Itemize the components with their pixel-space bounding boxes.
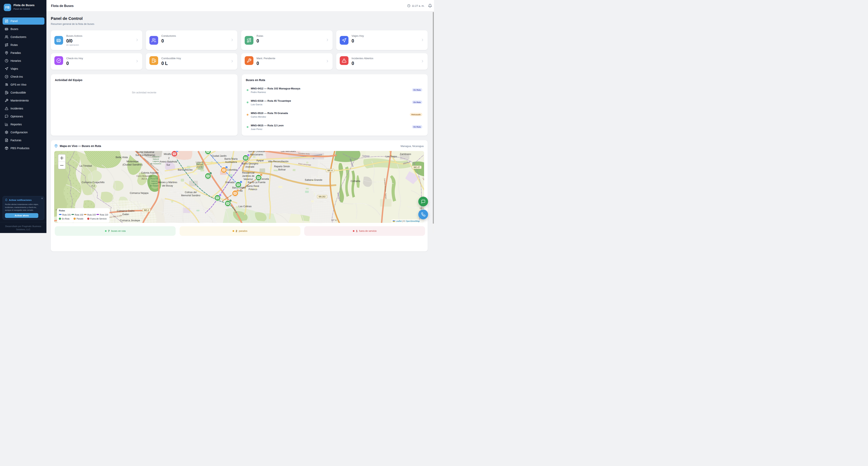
- svg-text:NN-202: NN-202: [318, 196, 326, 198]
- svg-text:Laguna: Laguna: [153, 160, 159, 162]
- svg-text:Tipitapa: Tipitapa: [362, 155, 369, 157]
- svg-text:Bella Vista: Bella Vista: [116, 156, 128, 159]
- svg-text:Natural: Natural: [153, 158, 159, 160]
- svg-text:| ©: | ©: [402, 220, 405, 222]
- svg-text:Sabana Grande: Sabana Grande: [305, 179, 322, 181]
- svg-text:0: 0: [220, 194, 220, 196]
- svg-text:Leaflet: Leaflet: [396, 220, 402, 222]
- svg-text:Natural: Natural: [151, 180, 157, 182]
- svg-text:Manzanares: Manzanares: [250, 153, 263, 156]
- svg-text:2: 2: [168, 157, 169, 159]
- svg-text:Veracruz: Veracruz: [244, 178, 253, 180]
- svg-text:En Ruta: En Ruta: [62, 217, 69, 220]
- svg-text:Comarca Jinotepe: Comarca Jinotepe: [120, 219, 140, 222]
- svg-text:Reparto Simón: Reparto Simón: [274, 165, 290, 168]
- svg-text:Ruta 110: Ruta 110: [100, 213, 108, 216]
- svg-text:Sector Industrial: Sector Industrial: [136, 151, 154, 153]
- svg-text:La Trinidad: La Trinidad: [80, 165, 92, 167]
- svg-text:Rutas: Rutas: [59, 209, 65, 212]
- svg-text:Reserva: Reserva: [152, 155, 159, 158]
- svg-text:Ruta 103: Ruta 103: [87, 213, 96, 216]
- svg-text:Colonia Argüello: Colonia Argüello: [141, 171, 159, 174]
- svg-text:Sur: Sur: [166, 164, 170, 166]
- svg-text:Zambrano: Zambrano: [400, 153, 411, 155]
- svg-text:Barrio María: Barrio María: [224, 157, 237, 160]
- svg-text:Motastepe: Motastepe: [126, 160, 138, 163]
- svg-text:Ruta 102: Ruta 102: [75, 213, 83, 216]
- svg-text:NIC-6: NIC-6: [327, 169, 333, 172]
- svg-text:Comarca Nejapa: Comarca Nejapa: [130, 192, 149, 195]
- svg-text:Las Mercedes: Las Mercedes: [281, 151, 296, 152]
- svg-text:Laguna: Laguna: [151, 182, 157, 184]
- svg-text:Grenada: Grenada: [225, 181, 235, 184]
- svg-text:352 m: 352 m: [141, 178, 147, 180]
- svg-text:Andrade: Andrade: [245, 166, 254, 168]
- svg-text:Ciudad Jardín: Ciudad Jardín: [212, 154, 226, 157]
- svg-text:Residencial: Residencial: [242, 171, 254, 174]
- svg-text:2: 2: [210, 172, 211, 174]
- svg-text:Barrio Recreo: Barrio Recreo: [178, 169, 192, 171]
- svg-text:Loma de: Loma de: [196, 161, 204, 163]
- svg-text:Colinas del: Colinas del: [185, 191, 196, 194]
- svg-text:Galán: Galán: [122, 213, 129, 216]
- svg-text:3: 3: [237, 190, 238, 192]
- svg-text:Barrio La Fuente: Barrio La Fuente: [248, 181, 266, 184]
- svg-text:Villa Reconciliación: Villa Reconciliación: [268, 160, 288, 163]
- svg-text:del Bocay: del Bocay: [162, 184, 173, 187]
- svg-text:Auxiliadora: Auxiliadora: [225, 161, 237, 164]
- svg-text:OpenStreetMap: OpenStreetMap: [406, 220, 420, 222]
- svg-text:Barrio Georgino: Barrio Georgino: [241, 162, 258, 165]
- svg-text:Polanco: Polanco: [248, 188, 257, 191]
- svg-text:NIC-27: NIC-27: [413, 166, 420, 169]
- svg-text:Ayapal: Ayapal: [256, 159, 264, 162]
- svg-text:Anexo Batahola: Anexo Batahola: [159, 160, 177, 163]
- svg-text:2: 2: [177, 151, 178, 152]
- svg-text:Barrio René: Barrio René: [246, 185, 259, 187]
- svg-text:(Ciudad Sandino): (Ciudad Sandino): [122, 163, 143, 166]
- svg-text:Cerro Motastepe: Cerro Motastepe: [136, 175, 152, 177]
- svg-text:Héroes y Mártires: Héroes y Mártires: [158, 181, 177, 184]
- svg-text:Reserva: Reserva: [151, 178, 158, 180]
- svg-text:Jardines de: Jardines de: [242, 175, 254, 177]
- svg-text:Comarca Cedro: Comarca Cedro: [117, 209, 134, 212]
- svg-text:# 2: # 2: [91, 184, 95, 187]
- svg-text:0: 0: [248, 154, 249, 156]
- svg-text:147 m: 147 m: [197, 166, 203, 168]
- svg-text:Los Trejos: Los Trejos: [385, 155, 397, 158]
- svg-text:Memorial Sandino: Memorial Sandino: [181, 194, 200, 197]
- svg-text:Parado: Parado: [76, 217, 83, 220]
- svg-text:Colombia: Colombia: [227, 169, 237, 171]
- svg-text:Cofradía: Cofradía: [351, 180, 360, 182]
- svg-text:Fuera de Servicio: Fuera de Servicio: [90, 217, 106, 220]
- svg-text:Barrio Oswaldo: Barrio Oswaldo: [248, 151, 265, 153]
- svg-text:Ruta 101: Ruta 101: [62, 213, 71, 216]
- svg-text:NIC-2: NIC-2: [144, 209, 149, 211]
- svg-text:3: 3: [261, 174, 261, 176]
- svg-text:Las Colinas: Las Colinas: [239, 205, 251, 208]
- svg-text:Miraflor: Miraflor: [164, 153, 172, 155]
- svg-text:137 m: 137 m: [331, 219, 337, 221]
- svg-text:Bolívar: Bolívar: [278, 168, 285, 171]
- svg-text:Comarca Cuajachillo: Comarca Cuajachillo: [82, 181, 104, 184]
- svg-text:165 m: 165 m: [420, 207, 424, 209]
- svg-text:de Nejapa: de Nejapa: [150, 184, 158, 187]
- svg-text:Tiscapa: Tiscapa: [196, 164, 203, 166]
- svg-text:2: 2: [230, 200, 231, 202]
